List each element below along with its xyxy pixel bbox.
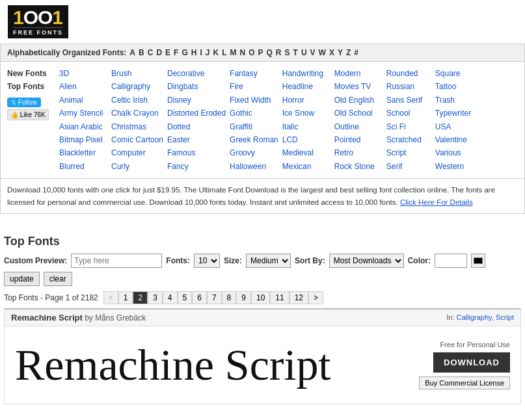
sort-select[interactable]: Most Downloads Newest First Name A-Z [329,254,404,268]
alpha-e[interactable]: E [165,48,170,57]
alpha-w[interactable]: W [319,48,326,57]
cat-script[interactable]: Script [386,146,431,159]
color-input[interactable] [435,254,467,268]
ad-link[interactable]: Click Here For Details [400,198,473,206]
alpha-t[interactable]: T [293,48,298,57]
update-button[interactable]: update [4,272,40,286]
cat-christmas[interactable]: Christmas [111,120,163,133]
cat-fixed-width[interactable]: Fixed Width [230,94,278,107]
cat-serif[interactable]: Serif [386,160,431,173]
cat-blurred[interactable]: Blurred [59,160,107,173]
cat-halloween[interactable]: Halloween [230,160,278,173]
cat-famous[interactable]: Famous [167,146,226,159]
cat-top-fonts[interactable]: Top Fonts [7,80,53,93]
page-10-button[interactable]: 10 [251,291,270,304]
size-select[interactable]: Small Medium Large [246,254,291,268]
cat-graffiti[interactable]: Graffiti [230,120,278,133]
page-5-button[interactable]: 5 [178,291,193,304]
page-12-button[interactable]: 12 [289,291,308,304]
cat-tattoo[interactable]: Tattoo [435,80,480,93]
cat-trash[interactable]: Trash [435,94,480,107]
cat-bitmap-pixel[interactable]: Bitmap Pixel [59,133,107,146]
cat-pointed[interactable]: Pointed [334,133,383,146]
cat-decorative[interactable]: Decorative [167,67,226,80]
alpha-m[interactable]: M [230,48,236,57]
cat-movies-tv[interactable]: Movies TV [334,80,383,93]
cat-medieval[interactable]: Medieval [282,146,330,159]
cat-retro[interactable]: Retro [334,146,383,159]
page-9-button[interactable]: 9 [236,291,251,304]
cat-army-stencil[interactable]: Army Stencil [59,107,107,120]
cat-disney[interactable]: Disney [167,94,226,107]
cat-lcd[interactable]: LCD [282,133,330,146]
cat-mexican[interactable]: Mexican [282,160,330,173]
cat-rounded[interactable]: Rounded [386,67,431,80]
alpha-b[interactable]: B [139,48,144,57]
alpha-h[interactable]: H [191,48,197,57]
alpha-j[interactable]: J [206,48,210,57]
cat-celtic-irish[interactable]: Celtic Irish [111,94,163,107]
page-3-button[interactable]: 3 [148,291,163,304]
alpha-y[interactable]: Y [338,48,343,57]
alpha-a[interactable]: A [129,48,135,57]
alpha-s[interactable]: S [285,48,290,57]
cat-various[interactable]: Various [435,146,480,159]
cat-dotted[interactable]: Dotted [167,120,226,133]
alpha-z[interactable]: Z [346,48,351,57]
cat-comic-cartoon[interactable]: Comic Cartoon [111,133,163,146]
color-picker[interactable] [471,254,485,268]
cat-russian[interactable]: Russian [386,80,431,93]
cat-ice-snow[interactable]: Ice Snow [282,107,330,120]
cat-square[interactable]: Square [435,67,480,80]
cat-horror[interactable]: Horror [282,94,330,107]
cat-brush[interactable]: Brush [111,67,163,80]
download-button[interactable]: DOWNLOAD [433,352,510,373]
buy-commercial-button[interactable]: Buy Commercial License [419,376,510,389]
clear-button[interactable]: clear [44,272,72,286]
alpha-i[interactable]: I [200,48,202,57]
alpha-u[interactable]: U [301,48,307,57]
cat-blackletter[interactable]: Blackletter [59,146,107,159]
alpha-x[interactable]: X [329,48,334,57]
alpha-n[interactable]: N [239,48,245,57]
cat-italic[interactable]: Italic [282,120,330,133]
cat-distorted-eroded[interactable]: Distorted Eroded [167,107,226,120]
alpha-l[interactable]: L [222,48,226,57]
cat-link-script[interactable]: Script [496,313,514,321]
cat-new-fonts[interactable]: New Fonts [7,67,53,80]
cat-3d[interactable]: 3D [59,67,107,80]
cat-valentine[interactable]: Valentine [435,133,480,146]
cat-fancy[interactable]: Fancy [167,160,226,173]
cat-western[interactable]: Western [435,160,480,173]
alpha-o[interactable]: O [249,48,254,57]
cat-dingbats[interactable]: Dingbats [167,80,226,93]
cat-gothic[interactable]: Gothic [230,107,278,120]
cat-handwriting[interactable]: Handwriting [282,67,330,80]
cat-usa[interactable]: USA [435,120,480,133]
page-1-button[interactable]: 1 [118,291,133,304]
cat-link-calligraphy[interactable]: Calligraphy [457,313,492,321]
fonts-select[interactable]: 10 20 50 [194,254,220,268]
page-2-button[interactable]: 2 [133,291,148,304]
cat-alien[interactable]: Alien [59,80,107,93]
page-7-button[interactable]: 7 [207,291,222,304]
cat-sans-serif[interactable]: Sans Serif [386,94,431,107]
cat-fire[interactable]: Fire [230,80,278,93]
alpha-d[interactable]: D [156,48,162,57]
cat-groovy[interactable]: Groovy [230,146,278,159]
cat-computer[interactable]: Computer [111,146,163,159]
cat-old-school[interactable]: Old School [334,107,383,120]
alpha-v[interactable]: V [310,48,316,57]
alpha-c[interactable]: C [148,48,154,57]
custom-preview-input[interactable] [71,254,162,268]
cat-scratched[interactable]: Scratched [386,133,431,146]
cat-headline[interactable]: Headline [282,80,330,93]
cat-typewriter[interactable]: Typewriter [435,107,480,120]
alpha-g[interactable]: G [182,48,187,57]
alpha-r[interactable]: R [276,48,282,57]
cat-easter[interactable]: Easter [167,133,226,146]
page-6-button[interactable]: 6 [192,291,207,304]
alpha-f[interactable]: F [174,48,178,57]
facebook-like-button[interactable]: 👍 Like 76K [7,109,49,120]
cat-school[interactable]: School [386,107,431,120]
